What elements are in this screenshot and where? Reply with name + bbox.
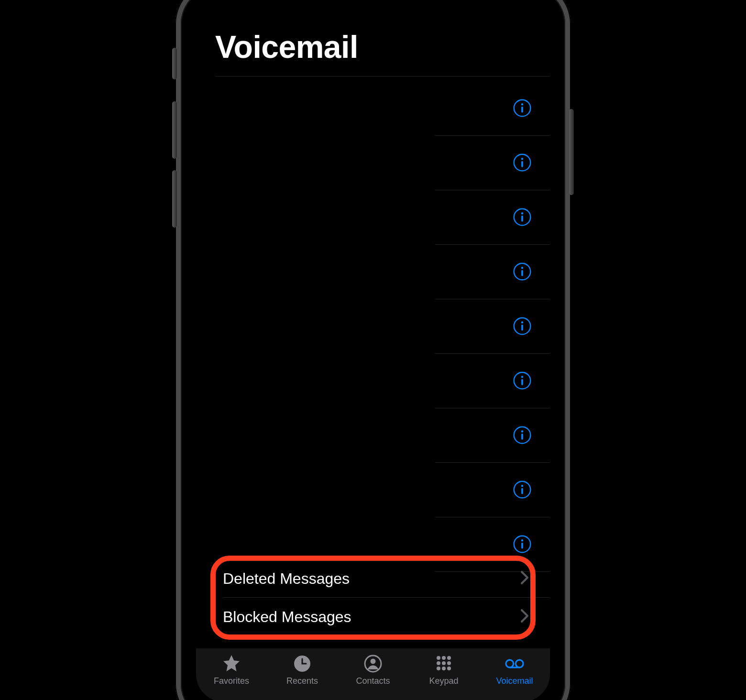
svg-point-39 — [506, 660, 514, 667]
info-icon — [513, 317, 532, 337]
voicemail-row[interactable] — [196, 190, 550, 245]
tab-keypad[interactable]: Keypad — [408, 653, 479, 700]
svg-point-13 — [521, 321, 523, 323]
info-icon — [513, 208, 532, 228]
tab-contacts-label: Contacts — [356, 676, 390, 686]
phone-bezel: Voicemail Deleted Messages Blocked Messa… — [181, 0, 565, 700]
screenshot-stage: Voicemail Deleted Messages Blocked Messa… — [0, 0, 746, 700]
info-icon — [513, 535, 532, 555]
silence-switch[interactable] — [172, 48, 177, 79]
tab-keypad-label: Keypad — [429, 676, 458, 686]
voicemail-row[interactable] — [196, 408, 550, 463]
phone-screen: Voicemail Deleted Messages Blocked Messa… — [196, 6, 550, 700]
svg-point-40 — [516, 660, 523, 667]
tab-voicemail-label: Voicemail — [496, 676, 533, 686]
info-icon — [513, 480, 532, 501]
info-icon — [513, 371, 532, 392]
info-button[interactable] — [513, 317, 532, 336]
info-button[interactable] — [513, 426, 532, 445]
svg-rect-2 — [521, 106, 523, 112]
volume-down-button[interactable] — [172, 170, 177, 228]
svg-rect-8 — [521, 215, 523, 221]
chevron-right-icon — [520, 570, 529, 587]
svg-point-22 — [521, 485, 523, 487]
svg-rect-14 — [521, 324, 523, 330]
voicemail-icon — [504, 653, 525, 674]
info-button[interactable] — [513, 535, 532, 554]
tab-bar: Favorites Recents Contacts — [196, 648, 550, 700]
voicemail-extra-sections: Deleted Messages Blocked Messages — [196, 559, 550, 636]
svg-point-33 — [437, 661, 440, 665]
info-button[interactable] — [513, 208, 532, 227]
voicemail-row[interactable] — [196, 299, 550, 354]
info-icon — [513, 153, 532, 174]
screen-header: Voicemail — [196, 6, 550, 77]
svg-point-10 — [521, 267, 523, 269]
deleted-messages-label: Deleted Messages — [223, 570, 520, 588]
blocked-messages-row[interactable]: Blocked Messages — [196, 598, 550, 636]
info-button[interactable] — [513, 99, 532, 118]
volume-up-button[interactable] — [172, 101, 177, 159]
svg-point-30 — [437, 656, 440, 660]
info-button[interactable] — [513, 153, 532, 173]
voicemail-row[interactable] — [196, 354, 550, 408]
svg-point-29 — [371, 659, 376, 664]
voicemail-row[interactable] — [196, 81, 550, 136]
svg-point-32 — [447, 656, 451, 660]
tab-voicemail[interactable]: Voicemail — [479, 653, 550, 700]
svg-point-1 — [521, 103, 523, 105]
star-icon — [221, 653, 242, 674]
blocked-messages-label: Blocked Messages — [223, 608, 520, 626]
header-separator — [215, 76, 550, 77]
svg-point-31 — [442, 656, 446, 660]
svg-rect-11 — [521, 270, 523, 276]
info-button[interactable] — [513, 481, 532, 500]
info-button[interactable] — [513, 262, 532, 282]
svg-point-34 — [442, 661, 446, 665]
svg-rect-26 — [521, 542, 523, 548]
person-circle-icon — [362, 653, 384, 674]
svg-rect-17 — [521, 379, 523, 385]
voicemail-row[interactable] — [196, 463, 550, 517]
svg-point-37 — [442, 667, 446, 670]
svg-point-16 — [521, 376, 523, 378]
svg-point-38 — [447, 667, 451, 670]
voicemail-row[interactable] — [196, 245, 550, 299]
chevron-right-icon — [520, 609, 529, 625]
info-icon — [513, 426, 532, 446]
svg-point-4 — [521, 158, 523, 160]
info-icon — [513, 98, 532, 119]
phone-frame: Voicemail Deleted Messages Blocked Messa… — [175, 0, 571, 700]
svg-rect-23 — [521, 488, 523, 494]
info-icon — [513, 262, 532, 283]
tab-favorites-label: Favorites — [214, 676, 249, 686]
deleted-messages-row[interactable]: Deleted Messages — [196, 559, 550, 598]
svg-point-36 — [437, 667, 440, 670]
tab-favorites[interactable]: Favorites — [196, 653, 267, 700]
power-button[interactable] — [569, 109, 574, 195]
page-title: Voicemail — [215, 29, 531, 65]
svg-rect-5 — [521, 161, 523, 167]
svg-rect-20 — [521, 433, 523, 439]
svg-point-25 — [521, 539, 523, 541]
voicemail-row[interactable] — [196, 136, 550, 190]
tab-contacts[interactable]: Contacts — [338, 653, 408, 700]
tab-recents-label: Recents — [286, 676, 318, 686]
svg-point-19 — [521, 430, 523, 432]
clock-icon — [292, 653, 313, 674]
svg-point-7 — [521, 212, 523, 214]
tab-recents[interactable]: Recents — [267, 653, 338, 700]
voicemail-list[interactable] — [196, 81, 550, 592]
info-button[interactable] — [513, 372, 532, 391]
svg-point-35 — [447, 661, 451, 665]
keypad-icon — [433, 653, 454, 674]
